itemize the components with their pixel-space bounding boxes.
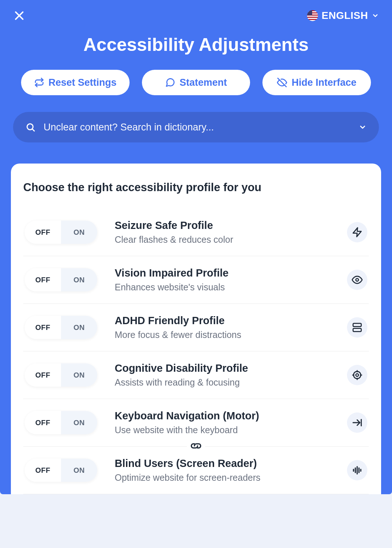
profile-toggle[interactable]: OFF ON — [25, 221, 97, 244]
profile-row: OFF ON ADHD Friendly Profile More focus … — [23, 304, 369, 351]
toggle-off-label: OFF — [25, 419, 61, 427]
profiles-card: Choose the right accessibility profile f… — [11, 164, 381, 494]
profile-toggle[interactable]: OFF ON — [25, 268, 97, 291]
svg-point-9 — [354, 371, 361, 379]
profile-description: More focus & fewer distractions — [115, 330, 330, 340]
statement-button[interactable]: Statement — [142, 70, 250, 95]
profile-title: Seizure Safe Profile — [115, 219, 330, 231]
search-input[interactable] — [44, 122, 351, 133]
profile-description: Clear flashes & reduces color — [115, 234, 330, 245]
svg-line-4 — [32, 129, 34, 131]
toggle-off-label: OFF — [25, 323, 61, 332]
us-flag-icon — [307, 10, 318, 21]
sound-icon — [347, 460, 367, 480]
svg-marker-5 — [353, 228, 362, 237]
profile-toggle[interactable]: OFF ON — [25, 411, 97, 434]
target-icon — [347, 365, 367, 385]
split-icon — [347, 317, 367, 338]
profile-title: Cognitive Disability Profile — [115, 362, 330, 374]
toggle-on-label: ON — [61, 419, 97, 427]
toggle-off-label: OFF — [25, 228, 61, 237]
toggle-on-label: ON — [61, 466, 97, 475]
profile-title: Blind Users (Screen Reader) — [115, 458, 330, 470]
profile-text: Vision Impaired Profile Enhances website… — [115, 267, 330, 293]
profile-text: Blind Users (Screen Reader) Optimize web… — [115, 458, 330, 483]
profile-text: Seizure Safe Profile Clear flashes & red… — [115, 219, 330, 245]
profiles-list: OFF ON Seizure Safe Profile Clear flashe… — [23, 210, 369, 494]
svg-point-6 — [356, 278, 359, 281]
search-icon — [25, 122, 36, 132]
toggle-off-label: OFF — [25, 276, 61, 284]
profile-description: Enhances website's visuals — [115, 282, 330, 293]
profile-description: Optimize website for screen-readers — [115, 472, 330, 483]
accessibility-panel: ENGLISH Accessibility Adjustments Reset … — [0, 0, 392, 494]
toggle-off-label: OFF — [25, 466, 61, 475]
profile-toggle[interactable]: OFF ON — [25, 316, 97, 339]
action-row: Reset Settings Statement Hide Interface — [0, 70, 392, 112]
profile-row: OFF ON Seizure Safe Profile Clear flashe… — [23, 210, 369, 256]
reset-label: Reset Settings — [49, 77, 117, 88]
toggle-on-label: ON — [61, 228, 97, 237]
close-icon[interactable] — [13, 9, 25, 22]
chevron-down-icon — [359, 123, 367, 131]
toggle-on-label: ON — [61, 276, 97, 284]
profile-row: OFF ON Blind Users (Screen Reader) Optim… — [23, 447, 369, 494]
eye-icon — [347, 270, 367, 290]
hide-icon — [277, 77, 287, 88]
reset-icon — [34, 77, 44, 88]
panel-title: Accessibility Adjustments — [0, 25, 392, 70]
reset-settings-button[interactable]: Reset Settings — [21, 70, 130, 95]
profile-toggle[interactable]: OFF ON — [25, 363, 97, 387]
svg-rect-7 — [353, 323, 362, 327]
profile-title: Keyboard Navigation (Motor) — [115, 410, 330, 422]
profile-row: OFF ON Keyboard Navigation (Motor) Use w… — [23, 399, 369, 447]
card-heading: Choose the right accessibility profile f… — [23, 181, 369, 194]
profile-row: OFF ON Cognitive Disability Profile Assi… — [23, 351, 369, 399]
statement-icon — [165, 77, 175, 88]
dictionary-search[interactable] — [13, 112, 379, 142]
hide-label: Hide Interface — [291, 77, 356, 88]
statement-label: Statement — [180, 77, 227, 88]
profile-description: Assists with reading & focusing — [115, 377, 330, 388]
profile-title: ADHD Friendly Profile — [115, 315, 330, 327]
profile-toggle[interactable]: OFF ON — [25, 459, 97, 482]
toggle-on-label: ON — [61, 323, 97, 332]
tab-icon — [347, 412, 367, 433]
toggle-on-label: ON — [61, 371, 97, 379]
toggle-off-label: OFF — [25, 371, 61, 379]
language-selector[interactable]: ENGLISH — [307, 10, 379, 21]
language-label: ENGLISH — [322, 10, 368, 21]
topbar: ENGLISH — [0, 0, 392, 25]
profile-row: OFF ON Vision Impaired Profile Enhances … — [23, 256, 369, 304]
profile-text: Cognitive Disability Profile Assists wit… — [115, 362, 330, 388]
profile-title: Vision Impaired Profile — [115, 267, 330, 279]
bolt-icon — [347, 222, 367, 242]
profile-description: Use website with the keyboard — [115, 425, 330, 435]
svg-point-10 — [356, 374, 359, 376]
profile-text: ADHD Friendly Profile More focus & fewer… — [115, 315, 330, 340]
hide-interface-button[interactable]: Hide Interface — [262, 70, 371, 95]
svg-rect-8 — [353, 329, 362, 332]
chevron-down-icon — [372, 12, 379, 19]
profile-text: Keyboard Navigation (Motor) Use website … — [115, 410, 330, 435]
